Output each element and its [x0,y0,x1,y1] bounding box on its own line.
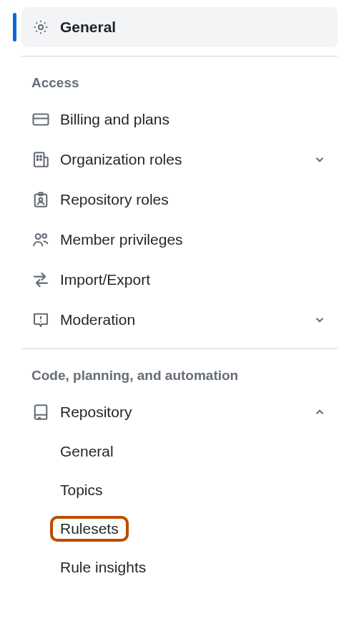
svg-point-10 [39,198,43,202]
nav-label: Topics [60,482,103,499]
chevron-up-icon [312,404,328,420]
subnav-repo-rule-insights[interactable]: Rule insights [21,548,338,587]
svg-point-7 [40,159,41,160]
people-icon [31,230,50,249]
nav-label: Repository roles [60,191,328,208]
nav-label: Rule insights [60,559,146,576]
svg-point-11 [36,234,41,239]
nav-repo-roles[interactable]: Repository roles [21,180,338,220]
svg-rect-8 [35,195,47,207]
nav-org-roles[interactable]: Organization roles [21,140,338,180]
organization-icon [31,150,50,169]
id-badge-icon [31,190,50,209]
nav-member-privileges[interactable]: Member privileges [21,220,338,260]
divider [21,348,338,349]
subnav-repo-general[interactable]: General [21,432,338,471]
chevron-down-icon [312,312,328,328]
nav-import-export[interactable]: Import/Export [21,260,338,300]
subnav-repo-rulesets[interactable]: Rulesets [21,509,338,548]
highlight-annotation: Rulesets [50,516,129,542]
svg-rect-1 [34,114,49,125]
nav-label: Billing and plans [60,111,328,128]
section-header-code: Code, planning, and automation [21,368,338,392]
subnav-repo-topics[interactable]: Topics [21,471,338,509]
nav-label: Import/Export [60,271,328,288]
arrow-switch-icon [31,270,50,289]
nav-general[interactable]: General [21,7,338,47]
svg-point-5 [40,156,41,157]
svg-point-14 [40,321,41,322]
nav-moderation[interactable]: Moderation [21,300,338,340]
nav-label: Member privileges [60,231,328,248]
svg-point-4 [37,156,39,157]
credit-card-icon [31,110,50,129]
svg-point-12 [43,234,46,238]
svg-rect-3 [34,152,44,167]
nav-label: Rulesets [60,520,119,537]
chevron-down-icon [312,152,328,167]
svg-point-0 [39,25,43,29]
nav-billing[interactable]: Billing and plans [21,99,338,140]
svg-point-6 [37,159,39,160]
divider [21,56,338,57]
nav-repository[interactable]: Repository [21,392,338,432]
report-icon [31,311,50,329]
nav-label: General [60,443,114,460]
nav-label: General [60,19,328,36]
nav-label: Moderation [60,311,312,328]
gear-icon [31,18,50,36]
nav-label: Repository [60,404,312,421]
repo-icon [31,403,50,421]
nav-label: Organization roles [60,151,312,168]
section-header-access: Access [21,75,338,99]
